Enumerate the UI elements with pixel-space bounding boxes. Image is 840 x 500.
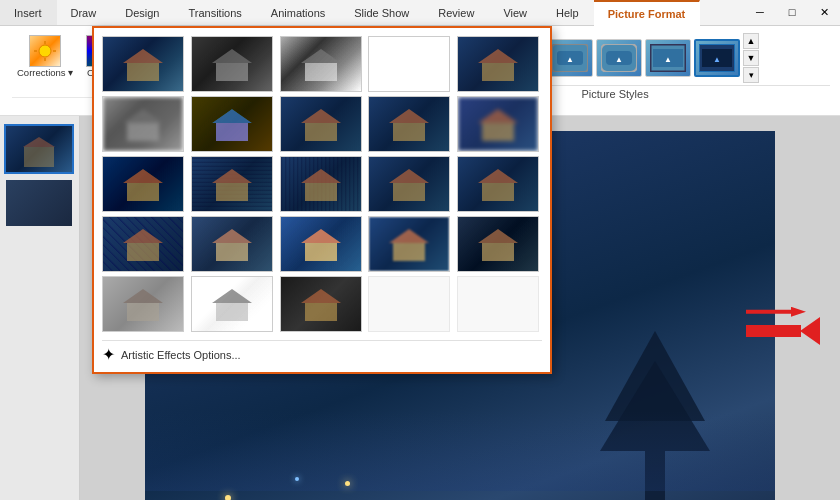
tab-bar: Insert Draw Design Transitions Animation… [0,0,840,26]
effect-cell-19[interactable] [368,216,450,272]
effect-cell-14[interactable] [368,156,450,212]
effect-cell-6[interactable] [102,96,184,152]
arrow-shape [746,317,820,345]
effect-cell-12[interactable] [191,156,273,212]
effects-grid [102,36,542,332]
picture-style-4[interactable]: ▲ [547,39,593,77]
artistic-effects-dropdown: ✦ Artistic Effects Options... [92,26,552,374]
tab-review[interactable]: Review [424,0,489,25]
effect-cell-16[interactable] [102,216,184,272]
effect-cell-5[interactable] [457,36,539,92]
sun-icon [33,40,57,62]
effect-cell-20[interactable] [457,216,539,272]
tab-view[interactable]: View [489,0,542,25]
picture-style-7-selected[interactable]: ▲ [694,39,740,77]
svg-text:▲: ▲ [713,55,721,64]
light-3 [345,481,350,486]
tab-insert[interactable]: Insert [0,0,57,25]
effect-cell-2[interactable] [191,36,273,92]
light-1 [225,495,231,500]
effect-cell-1[interactable] [102,36,184,92]
effect-cell-21[interactable] [102,276,184,332]
effect-cell-empty-1 [368,276,450,332]
effect-cell-10[interactable] [457,96,539,152]
picture-style-5[interactable]: ▲ [596,39,642,77]
light-2 [295,477,299,481]
tab-slideshow[interactable]: Slide Show [340,0,424,25]
svg-point-0 [39,45,51,57]
arrow-head [800,317,820,345]
red-arrow-indicator [746,307,820,345]
tab-transitions[interactable]: Transitions [174,0,256,25]
corrections-icon [29,35,61,67]
effect-cell-22[interactable] [191,276,273,332]
style-scroll-controls: ▲ ▼ ▾ [743,33,759,83]
effect-cell-3[interactable] [280,36,362,92]
effect-cell-7[interactable] [191,96,273,152]
tab-animations[interactable]: Animations [257,0,340,25]
tab-help[interactable]: Help [542,0,594,25]
options-label: Artistic Effects Options... [121,349,241,361]
city-background [145,411,775,491]
artistic-effects-options-button[interactable]: ✦ Artistic Effects Options... [102,340,542,364]
slide-1-preview [6,126,72,172]
effect-cell-23[interactable] [280,276,362,332]
effect-cell-9[interactable] [368,96,450,152]
tab-draw[interactable]: Draw [57,0,112,25]
effect-cell-15[interactable] [457,156,539,212]
svg-text:▲: ▲ [566,55,574,64]
effect-cell-17[interactable] [191,216,273,272]
slide-panel [0,116,80,500]
tab-design[interactable]: Design [111,0,174,25]
slide-thumbnail-1[interactable] [4,124,74,174]
effect-cell-8[interactable] [280,96,362,152]
effect-cell-13[interactable] [280,156,362,212]
scroll-down-button[interactable]: ▼ [743,50,759,66]
svg-text:▲: ▲ [615,55,623,64]
svg-text:▲: ▲ [664,55,672,64]
effect-cell-empty-2 [457,276,539,332]
tab-picture-format[interactable]: Picture Format [594,0,701,26]
slide-2-preview [6,180,72,226]
effect-cell-18[interactable] [280,216,362,272]
picture-style-6[interactable]: ▲ [645,39,691,77]
ribbon: Insert Draw Design Transitions Animation… [0,0,840,116]
maximize-button[interactable]: □ [776,0,808,24]
slide-thumbnail-2[interactable] [4,178,74,228]
scroll-more-button[interactable]: ▾ [743,67,759,83]
minimize-button[interactable]: ─ [744,0,776,24]
arrow-body [746,325,801,337]
effect-cell-11[interactable] [102,156,184,212]
scroll-up-button[interactable]: ▲ [743,33,759,49]
corrections-label: Corrections ▾ [17,67,73,78]
options-icon: ✦ [102,345,115,364]
close-button[interactable]: ✕ [808,0,840,24]
corrections-button[interactable]: Corrections ▾ [12,32,78,81]
effect-cell-4[interactable] [368,36,450,92]
